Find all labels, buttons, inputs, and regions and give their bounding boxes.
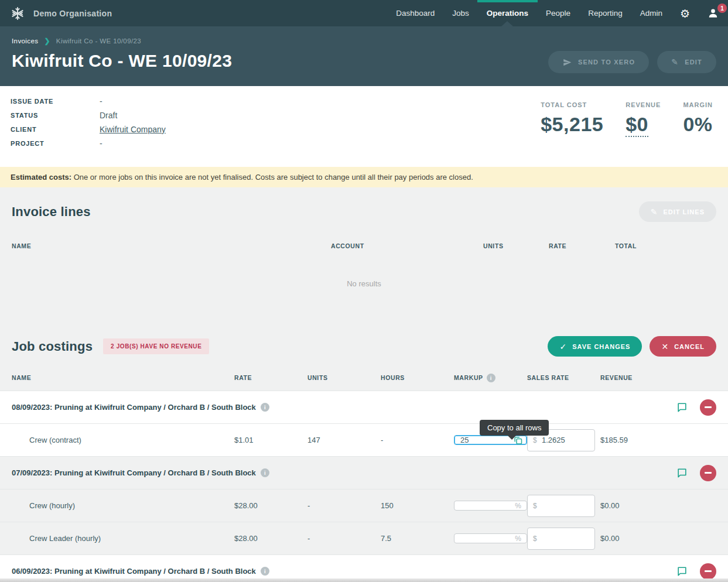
job-costings-heading: Job costings [12, 339, 93, 354]
settings-gear-icon[interactable]: ⚙ [680, 7, 690, 20]
edit-lines-button[interactable]: ✎ EDIT LINES [639, 201, 716, 222]
comment-icon[interactable] [676, 467, 688, 478]
job-costings-section: Job costings 2 JOB(S) HAVE NO REVENUE ✓ … [0, 322, 728, 582]
markup-input-wrap: % [454, 501, 527, 510]
window-bottom-edge [0, 578, 728, 582]
invoice-lines-header-row: NAME ACCOUNT UNITS RATE TOTAL [0, 234, 728, 258]
col-revenue: REVENUE [600, 374, 671, 381]
nav-item-dashboard[interactable]: Dashboard [396, 0, 435, 26]
top-nav: Demo Organisation Dashboard Jobs Operati… [0, 0, 728, 26]
comment-icon[interactable] [676, 566, 688, 577]
job-group-header-row: 06/09/2023: Pruning at Kiwifruit Company… [0, 554, 728, 582]
sales-rate-input[interactable] [527, 528, 595, 550]
check-icon: ✓ [559, 342, 567, 351]
banner-text: One or more jobs on this invoice are not… [71, 173, 473, 182]
costing-revenue: $0.00 [600, 501, 671, 510]
pencil-icon: ✎ [671, 57, 679, 67]
edit-button[interactable]: ✎ EDIT [657, 51, 716, 73]
nav-item-admin[interactable]: Admin [640, 0, 662, 26]
sales-rate-input-wrap: $ [527, 528, 595, 550]
send-icon [562, 58, 572, 67]
costing-rate: $28.00 [234, 501, 307, 510]
client-link[interactable]: Kiwifruit Company [100, 125, 166, 134]
chevron-right-icon: ❯ [44, 37, 50, 45]
col-name: NAME [12, 374, 234, 381]
copy-tooltip: Copy to all rows [480, 420, 549, 436]
col-units: UNITS [307, 374, 381, 381]
close-icon: ✕ [661, 342, 669, 351]
costing-revenue: $185.59 [600, 436, 671, 444]
job-group: 08/09/2023: Pruning at Kiwifruit Company… [0, 391, 728, 456]
project-label: PROJECT [11, 139, 100, 148]
costing-row: Crew Leader (hourly) $28.00 - 7.5 % $ $0… [0, 522, 728, 554]
col-sales-rate: SALES RATE [527, 374, 600, 381]
markup-input-wrap: Copy to all rows [454, 436, 527, 444]
comment-icon[interactable] [676, 402, 688, 413]
costing-hours: 150 [381, 501, 454, 510]
margin-label: MARGIN [683, 101, 713, 108]
banner-bold-text: Estimated costs: [11, 173, 71, 182]
issue-date-value: - [100, 97, 102, 106]
issue-date-label: ISSUE DATE [11, 97, 100, 106]
invoice-summary: ISSUE DATE - STATUS Draft CLIENT Kiwifru… [0, 86, 728, 167]
costing-row: Crew (hourly) $28.00 - 150 % $ $0.00 [0, 489, 728, 522]
col-hours: HOURS [381, 374, 454, 381]
remove-job-button[interactable] [700, 399, 716, 416]
markup-info-icon[interactable]: i [487, 374, 495, 382]
sales-rate-input[interactable] [527, 495, 595, 517]
invoice-lines-heading: Invoice lines [12, 204, 91, 220]
remove-job-button[interactable] [700, 563, 716, 580]
col-markup: MARKUP [454, 374, 483, 381]
job-group-title: 06/09/2023: Pruning at Kiwifruit Company… [12, 567, 256, 576]
total-cost-value: $5,215 [541, 113, 603, 136]
client-label: CLIENT [11, 125, 100, 134]
cancel-button[interactable]: ✕ CANCEL [650, 336, 716, 357]
margin-block: MARGIN 0% [683, 101, 713, 153]
minus-icon [705, 406, 712, 408]
notification-badge[interactable]: 1 [717, 4, 727, 13]
user-icon [708, 8, 719, 19]
nav-item-reporting[interactable]: Reporting [588, 0, 623, 26]
nav-item-operations[interactable]: Operations [487, 0, 528, 26]
total-cost-label: TOTAL COST [541, 101, 603, 108]
org-logo-icon[interactable] [9, 5, 25, 21]
markup-input[interactable] [454, 501, 527, 511]
breadcrumb-current: Kiwifruit Co - WE 10/09/23 [56, 37, 141, 44]
org-name: Demo Organisation [33, 9, 112, 18]
col-rate: RATE [549, 242, 615, 249]
job-info-icon[interactable]: i [261, 468, 269, 477]
job-group: 06/09/2023: Pruning at Kiwifruit Company… [0, 554, 728, 582]
send-to-xero-button[interactable]: SEND TO XERO [548, 51, 649, 73]
sales-rate-input-wrap: $ [527, 495, 595, 517]
margin-value: 0% [683, 113, 713, 136]
save-changes-button[interactable]: ✓ SAVE CHANGES [548, 336, 642, 357]
user-menu[interactable]: 1 [708, 8, 719, 19]
job-group-header-row: 08/09/2023: Pruning at Kiwifruit Company… [0, 391, 728, 423]
job-info-icon[interactable]: i [261, 567, 269, 576]
job-group: 07/09/2023: Pruning at Kiwifruit Company… [0, 456, 728, 554]
minus-icon [705, 472, 712, 474]
status-value: Draft [100, 111, 117, 120]
job-group-title: 07/09/2023: Pruning at Kiwifruit Company… [12, 468, 256, 477]
no-revenue-warning-badge: 2 JOB(S) HAVE NO REVENUE [103, 338, 209, 354]
remove-job-button[interactable] [700, 465, 716, 481]
costing-name: Crew (hourly) [12, 501, 234, 510]
total-cost-block: TOTAL COST $5,215 [541, 101, 603, 153]
breadcrumb-invoices-link[interactable]: Invoices [12, 37, 38, 44]
pencil-icon: ✎ [651, 207, 658, 217]
col-total: TOTAL [615, 242, 716, 249]
markup-input[interactable] [454, 533, 527, 543]
job-info-icon[interactable]: i [261, 403, 269, 412]
markup-input-wrap: % [454, 534, 527, 543]
col-units: UNITS [483, 242, 549, 249]
costing-name: Crew Leader (hourly) [12, 534, 234, 543]
job-group-title: 08/09/2023: Pruning at Kiwifruit Company… [12, 403, 256, 412]
costing-revenue: $0.00 [600, 534, 671, 543]
job-costings-header-row: NAME RATE UNITS HOURS MARKUP i SALES RAT… [0, 365, 728, 391]
costing-hours: - [381, 436, 454, 444]
revenue-value[interactable]: $0 [626, 113, 648, 137]
nav-item-jobs[interactable]: Jobs [452, 0, 469, 26]
job-group-header-row: 07/09/2023: Pruning at Kiwifruit Company… [0, 456, 728, 489]
nav-item-people[interactable]: People [546, 0, 570, 26]
costing-units: 147 [307, 436, 381, 444]
